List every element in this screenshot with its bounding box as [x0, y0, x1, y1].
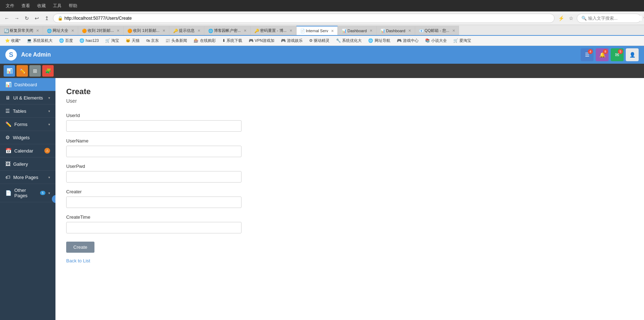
tab-close-1[interactable]: ✕	[36, 29, 39, 33]
tab-label-3: 收到 2封新邮...	[88, 28, 114, 33]
back-to-list-link[interactable]: Back to List	[66, 258, 633, 263]
undo-button[interactable]: ↩	[33, 14, 41, 22]
bookmark-gamecenter[interactable]: 🎮 游戏中心	[394, 37, 421, 44]
chart-tool-button[interactable]: 📊	[4, 65, 15, 77]
browser-menu-help[interactable]: 帮助	[66, 1, 80, 10]
url-input[interactable]	[64, 16, 550, 21]
tab-11[interactable]: 📧 QQ邮箱 - 您... ✕	[415, 26, 459, 35]
bookmark-favorites[interactable]: ⭐ 收藏*	[2, 37, 23, 44]
create-button[interactable]: Create	[66, 242, 94, 253]
tab-label-11: QQ邮箱 - 您...	[425, 28, 449, 33]
puzzle-tool-button[interactable]: 🧩	[42, 65, 54, 77]
bookmark-toutiao[interactable]: 📰 头条新闻	[162, 37, 190, 44]
lightning-icon[interactable]: ⚡	[557, 14, 565, 23]
forward-button[interactable]: →	[13, 14, 21, 22]
more-pages-icon: 🏷	[5, 174, 10, 180]
userid-input[interactable]	[66, 120, 241, 132]
alerts-button[interactable]: 🔔 8	[596, 48, 609, 61]
tab-7[interactable]: 🔑 密码重置 - 博... ✕	[250, 26, 296, 35]
address-bar[interactable]: 🔒	[53, 14, 555, 23]
browser-menu-file[interactable]: 文件	[3, 1, 17, 10]
grid-tool-button[interactable]: ⊞	[29, 65, 41, 77]
bookmark-nav[interactable]: 🌐 网址导航	[365, 37, 393, 44]
bookmark-baidu[interactable]: 🌐 百度	[56, 37, 76, 44]
bookmark-aitaobao[interactable]: 🛒 爱淘宝	[450, 37, 474, 44]
bookmark-games[interactable]: 🎮 游戏娱乐	[278, 37, 306, 44]
bookmark-novel[interactable]: 📚 小说大全	[422, 37, 450, 44]
bookmark-taobao[interactable]: 🛒 淘宝	[102, 37, 122, 44]
sidebar-item-tables[interactable]: ☰ Tables ▾	[0, 105, 55, 118]
tab-label-5: 提示信息	[179, 28, 195, 33]
creater-input[interactable]	[66, 197, 241, 208]
tab-close-11[interactable]: ✕	[452, 29, 455, 33]
sidebar-item-dashboard[interactable]: 📊 Dashboard	[0, 78, 55, 91]
browser-menu-view[interactable]: 查看	[19, 1, 33, 10]
tab-4[interactable]: 🟠 收到 1封新邮... ✕	[123, 26, 169, 35]
header-toolbar: 📊 ✏️ ⊞ 🧩	[0, 64, 644, 78]
sidebar-item-widgets[interactable]: ⚙ Widgets	[0, 131, 55, 144]
tab-close-8[interactable]: ✕	[331, 29, 334, 33]
messages-button[interactable]: ✉ 5	[611, 48, 624, 61]
tab-favicon-1: 🔄	[4, 29, 8, 33]
createtime-input[interactable]	[66, 222, 241, 233]
refresh-button[interactable]: ↻	[23, 14, 31, 22]
tables-icon: ☰	[5, 108, 10, 114]
bookmark-vpn[interactable]: 🎮 VPN游戏加	[246, 37, 278, 44]
star-icon[interactable]: ☆	[567, 14, 575, 23]
bookmark-sysinstall[interactable]: 💻 系统装机大	[24, 37, 55, 44]
browser-menu-tools[interactable]: 工具	[50, 1, 64, 10]
sidebar-item-label-tables: Tables	[13, 108, 45, 114]
sidebar-item-ui-elements[interactable]: 🖥 UI & Elements ▾	[0, 91, 55, 105]
tab-10[interactable]: 📊 Dashboard ✕	[376, 26, 415, 35]
tab-label-8: Internal Serv	[306, 29, 328, 33]
form-group-createtime: CreateTime	[66, 214, 633, 233]
username-input[interactable]	[66, 146, 241, 157]
bookmark-hao123[interactable]: 🌐 hao123	[77, 37, 102, 44]
chevron-down-icon-forms: ▾	[48, 122, 50, 126]
tab-2[interactable]: 🌐 网址大全 ✕	[43, 26, 78, 35]
tab-close-5[interactable]: ✕	[197, 29, 200, 33]
tab-close-4[interactable]: ✕	[162, 29, 165, 33]
tab-close-6[interactable]: ✕	[244, 29, 247, 33]
pencil-tool-button[interactable]: ✏️	[16, 65, 28, 77]
other-pages-icon: 📄	[5, 190, 11, 196]
bookmark-tianmao[interactable]: 🐱 天猫	[123, 37, 142, 44]
tab-close-3[interactable]: ✕	[117, 29, 119, 33]
back-button[interactable]: ←	[3, 14, 11, 22]
notifications-button[interactable]: ☰ 4	[581, 48, 594, 61]
tab-favicon-5: 🔑	[173, 29, 177, 33]
user-button[interactable]: 👤	[626, 48, 639, 61]
tab-8[interactable]: 📄 Internal Serv ✕	[296, 26, 338, 35]
bookmark-driver[interactable]: ⚙ 驱动精灵	[306, 37, 332, 44]
other-pages-badge: 5	[40, 191, 45, 195]
tab-close-10[interactable]: ✕	[408, 29, 411, 33]
sidebar-item-calendar[interactable]: 📅 Calendar ⚠	[0, 144, 55, 157]
tab-1[interactable]: 🔄 枢复异常关闭 ✕	[0, 26, 43, 35]
tab-close-2[interactable]: ✕	[71, 29, 74, 33]
search-input[interactable]	[588, 16, 642, 21]
bookmark-optimize[interactable]: 🔧 系统优化大	[333, 37, 365, 44]
tab-close-9[interactable]: ✕	[370, 29, 372, 33]
sidebar-item-forms[interactable]: ✏️ Forms ▾	[0, 118, 55, 131]
sidebar-item-label-gallery: Gallery	[13, 161, 50, 167]
sidebar-item-more-pages[interactable]: 🏷 More Pages ▾	[0, 171, 55, 184]
username-label: UserName	[66, 138, 633, 144]
main-content: Create User UserId UserName UserPwd Crea…	[55, 78, 644, 320]
bookmark-sysdownload[interactable]: ⬇ 系统下载	[219, 37, 245, 44]
sidebar-item-gallery[interactable]: 🖼 Gallery	[0, 157, 55, 171]
bookmark-jingdong[interactable]: 🛍 京东	[143, 37, 162, 44]
forms-icon: ✏️	[5, 121, 11, 127]
search-bar[interactable]: 🔍 🔍	[577, 14, 641, 23]
undo2-button[interactable]: ↥	[43, 14, 51, 22]
bookmark-lottery[interactable]: 🎰 在线购彩	[191, 37, 218, 44]
tab-6[interactable]: 🌐 博客园帐户密... ✕	[204, 26, 250, 35]
userpwd-input[interactable]	[66, 171, 241, 183]
form-group-creater: Creater	[66, 189, 633, 208]
tab-9[interactable]: 📊 Dashboard ✕	[338, 26, 376, 35]
tab-close-7[interactable]: ✕	[289, 29, 292, 33]
tab-3[interactable]: 🟠 收到 2封新邮... ✕	[78, 26, 123, 35]
browser-menu-favorites[interactable]: 收藏	[34, 1, 49, 10]
page-subtitle: User	[66, 98, 633, 104]
tab-5[interactable]: 🔑 提示信息 ✕	[169, 26, 204, 35]
sidebar-item-other-pages[interactable]: 📄 Other Pages 5 ▾	[0, 184, 55, 202]
